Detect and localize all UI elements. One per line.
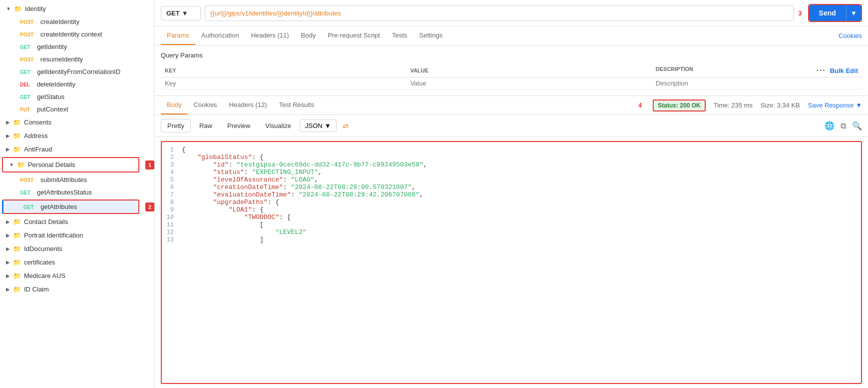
annotation-1: 1: [145, 160, 154, 170]
sidebar-group-certificates[interactable]: ▶ 📁 certificates: [0, 256, 154, 269]
method-get-badge: GET: [21, 204, 36, 210]
tab-settings[interactable]: Settings: [413, 26, 448, 45]
sidebar-item-getAttributesStatus[interactable]: GET getAttributesStatus: [0, 186, 154, 198]
bulk-edit-button[interactable]: Bulk Edit: [830, 67, 858, 74]
sidebar-item-createIdentityContext[interactable]: POST createIdentity context: [0, 28, 154, 40]
sidebar-item-deleteIdentity[interactable]: DEL deleteIdentity: [0, 78, 154, 90]
json-format-selector[interactable]: JSON ▼: [300, 120, 337, 132]
method-post-badge: POST: [18, 177, 35, 184]
sidebar-item-resumeIdentity[interactable]: POST resumeIdentity: [0, 53, 154, 66]
code-line-9: 9 "LOA1": {: [162, 206, 861, 214]
chevron-right-icon: ▶: [6, 146, 10, 152]
tab-headers[interactable]: Headers (11): [245, 26, 295, 45]
url-bar: GET ▼ 3 Send ▼: [155, 0, 868, 26]
response-tab-body[interactable]: Body: [161, 96, 188, 114]
sidebar-item-createIdentity[interactable]: POST createIdentity: [0, 16, 154, 28]
chevron-right-icon: ▶: [6, 273, 10, 278]
format-tab-pretty[interactable]: Pretty: [161, 119, 191, 132]
chevron-right-icon: ▶: [6, 286, 10, 292]
more-options-icon[interactable]: ···: [816, 66, 826, 75]
folder-icon: 📁: [13, 272, 21, 280]
sidebar-item-getIdentityFromCorrelationID[interactable]: GET getIdentityFromCorrelationID: [0, 66, 154, 78]
send-button[interactable]: Send: [809, 5, 846, 21]
globe-icon[interactable]: 🌐: [825, 121, 835, 130]
response-tab-cookies[interactable]: Cookies: [188, 96, 223, 114]
format-tab-visualize[interactable]: Visualize: [259, 119, 298, 132]
sidebar-item-getAttributes-wrapper: GET getAttributes 2: [0, 198, 154, 215]
value-input[interactable]: [410, 80, 647, 87]
key-input[interactable]: [165, 80, 402, 87]
sidebar-item-getStatus[interactable]: GET getStatus: [0, 90, 154, 103]
send-dropdown-button[interactable]: ▼: [846, 5, 861, 21]
annotation-4: 4: [638, 102, 642, 109]
folder-icon: 📁: [13, 258, 21, 266]
sidebar-item-getIdentity[interactable]: GET getIdentity: [0, 40, 154, 53]
method-del-badge: DEL: [18, 82, 32, 88]
sidebar-group-medicareAUS[interactable]: ▶ 📁 Medicare AUS: [0, 269, 154, 282]
code-line-2: 2 "globalStatus": {: [162, 154, 861, 161]
response-time: Time: 235 ms: [714, 102, 753, 109]
folder-icon: 📁: [17, 161, 25, 168]
annotation-2: 2: [145, 202, 154, 212]
format-tab-preview[interactable]: Preview: [221, 119, 257, 132]
sidebar-item-label: deleteIdentity: [37, 80, 75, 88]
cookies-link[interactable]: Cookies: [839, 32, 862, 40]
chevron-right-icon: ▶: [6, 232, 10, 238]
search-icon[interactable]: 🔍: [852, 121, 862, 130]
sidebar-group-label: Identity: [25, 5, 46, 12]
response-tab-test-results[interactable]: Test Results: [273, 96, 320, 114]
send-group: Send ▼: [809, 5, 861, 21]
sidebar-item-submitAttributes[interactable]: POST submitAttributes: [0, 174, 154, 186]
sidebar-group-idClaim[interactable]: ▶ 📁 ID Claim: [0, 282, 154, 296]
status-badge: Status: 200 OK: [653, 100, 705, 112]
response-meta: 4 Status: 200 OK Time: 235 ms Size: 3.34…: [638, 100, 862, 112]
tab-tests[interactable]: Tests: [386, 26, 413, 45]
dropdown-arrow-icon: ▼: [182, 10, 188, 17]
code-line-6: 6 "creationDateTime": "2024-08-22T08:29:…: [162, 184, 861, 191]
format-tabs-bar: Pretty Raw Preview Visualize JSON ▼ ⇄ 🌐 …: [155, 115, 868, 137]
tab-authorization[interactable]: Authorization: [195, 26, 245, 45]
sidebar-group-identity[interactable]: ▼ 📁 Identity: [0, 2, 154, 16]
sidebar-group-antifraud[interactable]: ▶ 📁 AntiFraud: [0, 142, 154, 156]
sidebar-item-label: getAttributes: [40, 203, 77, 210]
sidebar-group-personalDetails[interactable]: ▼ 📁 Personal Details: [2, 157, 139, 172]
save-response-button[interactable]: Save Response ▼: [808, 102, 862, 109]
sidebar-item-label: Consents: [24, 118, 51, 126]
tab-params[interactable]: Params: [161, 26, 195, 45]
sidebar-item-label: getAttributesStatus: [37, 188, 92, 196]
annotation-3: 3: [798, 10, 802, 17]
method-selector[interactable]: GET ▼: [161, 6, 201, 20]
response-size: Size: 3.34 KB: [761, 102, 800, 109]
value-column-header: VALUE: [406, 64, 651, 78]
sidebar-group-contactDetails[interactable]: ▶ 📁 Contact Details: [0, 215, 154, 228]
sidebar-group-consents[interactable]: ▶ 📁 Consents: [0, 116, 154, 129]
url-input[interactable]: [205, 6, 794, 21]
response-tab-headers[interactable]: Headers (12): [223, 96, 273, 114]
copy-icon[interactable]: ⧉: [841, 122, 846, 130]
method-post-badge: POST: [18, 19, 35, 26]
description-input[interactable]: [656, 80, 858, 87]
chevron-right-icon: ▶: [6, 219, 10, 224]
code-line-8: 8 "upgradePaths": {: [162, 198, 861, 206]
tab-pre-request-script[interactable]: Pre-request Script: [322, 26, 386, 45]
sidebar-group-address[interactable]: ▶ 📁 Address: [0, 129, 154, 142]
tab-body[interactable]: Body: [295, 26, 322, 45]
query-params-section: Query Params KEY VALUE DESCRIPTION ··· B…: [155, 46, 868, 96]
sidebar-item-label: certificates: [24, 258, 55, 266]
method-value: GET: [166, 10, 180, 17]
format-tab-raw[interactable]: Raw: [193, 119, 219, 132]
sidebar-group-idDocuments[interactable]: ▶ 📁 IdDocuments: [0, 242, 154, 256]
sidebar-group-personalDetails-wrapper: ▼ 📁 Personal Details 1: [0, 156, 154, 174]
sidebar-group-portraitIdentification[interactable]: ▶ 📁 Portrait Identification: [0, 228, 154, 242]
code-line-4: 4 "status": "EXPECTING_INPUT",: [162, 168, 861, 176]
sidebar-item-label: ID Claim: [24, 286, 49, 293]
chevron-right-icon: ▶: [6, 246, 10, 252]
send-button-wrapper: Send ▼: [808, 4, 862, 22]
request-tabs-bar: Params Authorization Headers (11) Body P…: [155, 26, 868, 46]
filter-icon[interactable]: ⇄: [343, 122, 349, 130]
chevron-down-icon: ▼: [9, 162, 14, 168]
sidebar-item-getAttributes[interactable]: GET getAttributes: [2, 200, 139, 214]
sidebar-item-label: Portrait Identification: [24, 232, 83, 239]
sidebar-item-putContext[interactable]: PUT putContext: [0, 103, 154, 116]
code-line-1: 1 {: [162, 146, 861, 154]
